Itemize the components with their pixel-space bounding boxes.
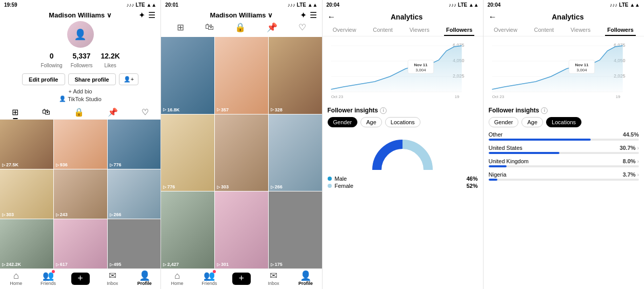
bottom-nav-home-2[interactable]: ⌂ Home (167, 271, 188, 286)
stat-following-num: 0 (41, 52, 62, 60)
nav-shop-icon[interactable]: 🛍 (42, 107, 50, 117)
tab-content-2[interactable]: Content (532, 24, 556, 36)
menu-icon-2[interactable]: ☰ (310, 10, 317, 20)
btn-row-1: Edit profile Share profile 👤+ (22, 73, 138, 85)
p2-video-3[interactable]: ▷776 (161, 114, 214, 191)
p2-video-2[interactable]: ▷328 (269, 37, 322, 114)
svg-text:19: 19 (615, 94, 620, 99)
gender-stat-female: Female 52% (328, 183, 478, 189)
star-icon[interactable]: ✦ (138, 10, 145, 20)
video-thumb-2[interactable]: ▷776 (108, 120, 161, 169)
panel2-bookmark-icon[interactable]: 📌 (267, 22, 277, 33)
video-thumb-3[interactable]: ▷303 (0, 169, 53, 219)
video-thumb-1[interactable]: ▷936 (54, 120, 107, 169)
back-button-2[interactable]: ← (489, 12, 497, 22)
profile-icon-2: 👤 (300, 271, 311, 280)
nav-heart-icon[interactable]: ♡ (142, 107, 149, 117)
tab-overview-2[interactable]: Overview (492, 24, 519, 36)
bottom-nav-friends-2[interactable]: 👥 Friends (199, 271, 219, 286)
p2-video-1[interactable]: ▷357 (215, 37, 268, 114)
bottom-nav-2: ⌂ Home 👥 Friends + ✉ Inbox 👤 Profile (161, 268, 321, 289)
nav-grid-icon[interactable]: ⊞ (12, 107, 18, 117)
analytics-status-bar-1: 20:04 ♪♪♪ LTE ▲▲ (323, 0, 483, 9)
insights-tab-locations-1[interactable]: Locations (385, 117, 420, 127)
stats-row-1: 0 Following 5,337 Followers 12.2K Likes (41, 52, 119, 69)
svg-text:3,004: 3,004 (576, 68, 587, 72)
p2-video-0[interactable]: ▷16.8K (161, 37, 214, 114)
video-thumb-8[interactable]: ▷495 (108, 219, 161, 268)
plus-button[interactable]: + (71, 273, 90, 285)
bottom-nav-profile-1[interactable]: 👤 Profile (134, 271, 155, 286)
bottom-nav-plus-2[interactable]: + (231, 273, 252, 285)
bar-fill-us (489, 152, 559, 154)
tab-viewers-2[interactable]: Viewers (569, 24, 593, 36)
info-icon-1[interactable]: i (380, 107, 387, 114)
nav-bookmark-icon[interactable]: 📌 (108, 107, 118, 117)
analytics-tabs-2: Overview Content Viewers Followers (484, 24, 644, 36)
tiktok-studio-link[interactable]: 👤 TikTok Studio (59, 95, 102, 102)
bottom-nav-plus-1[interactable]: + (70, 273, 91, 285)
stat-likes-label: Likes (104, 63, 116, 68)
p2-video-6[interactable]: ▷2,427 (161, 191, 214, 268)
insights-tab-age-1[interactable]: Age (360, 117, 382, 127)
uk-arrow: › (637, 159, 639, 164)
panel2-grid-icon[interactable]: ⊞ (177, 22, 184, 33)
video-thumb-0[interactable]: ▷27.5K (0, 120, 53, 169)
tab-followers-2[interactable]: Followers (605, 24, 635, 36)
insights-tab-gender-1[interactable]: Gender (328, 117, 358, 127)
share-profile-button[interactable]: Share profile (68, 73, 116, 85)
p2-video-4[interactable]: ▷303 (215, 114, 268, 191)
profile-icons-right-1: ✦ ☰ (138, 10, 155, 20)
edit-profile-button[interactable]: Edit profile (22, 73, 65, 85)
video-thumb-5[interactable]: ▷266 (108, 169, 161, 219)
video-thumb-7[interactable]: ▷617 (54, 219, 107, 268)
video-grid-2: ▷16.8K ▷357 ▷328 ▷776 ▷303 ▷266 ▷2,427 ▷… (161, 37, 321, 268)
p2-video-7[interactable]: ▷301 (215, 191, 268, 268)
add-user-button[interactable]: 👤+ (119, 73, 138, 85)
plus-button-2[interactable]: + (232, 273, 251, 285)
tab-content-1[interactable]: Content (371, 24, 395, 36)
video-thumb-4[interactable]: ▷243 (54, 169, 107, 219)
panel2-icons-right: ✦ ☰ (300, 10, 317, 20)
menu-icon[interactable]: ☰ (148, 10, 155, 20)
video-thumb-6[interactable]: ▷242.2K (0, 219, 53, 268)
svg-text:Nov 11: Nov 11 (414, 63, 428, 67)
tab-overview-1[interactable]: Overview (331, 24, 358, 36)
panel2-lock-icon[interactable]: 🔒 (235, 22, 246, 33)
status-bar-2: 20:01 ♪♪♪ LTE ▲▲ (161, 0, 321, 9)
bottom-nav-home-1[interactable]: ⌂ Home (6, 271, 26, 286)
signal-icon-4: LTE ▲▲ (619, 2, 640, 8)
analytics-time-2: 20:04 (488, 2, 501, 8)
analytics-time-1: 20:04 (327, 2, 340, 8)
nav-icons-1: ⊞ 🛍 🔒 📌 ♡ (0, 105, 160, 120)
bottom-nav-inbox-2[interactable]: ✉ Inbox (263, 271, 284, 286)
add-bio-link[interactable]: + Add bio (69, 88, 92, 94)
insights-tab-locations-2[interactable]: Locations (546, 117, 581, 127)
nigeria-arrow: › (637, 172, 639, 178)
video-count-5: ▷266 (110, 212, 122, 217)
nav-lock-icon[interactable]: 🔒 (74, 107, 84, 117)
panel-profile-2: 20:01 ♪♪♪ LTE ▲▲ Madison Williams ∨ ✦ ☰ … (161, 0, 322, 289)
p2-video-8[interactable]: ▷175 (269, 191, 322, 268)
panel2-heart-icon[interactable]: ♡ (298, 22, 306, 33)
bottom-nav-friends-1[interactable]: 👥 Friends (38, 271, 58, 286)
p2-video-5[interactable]: ▷266 (269, 114, 322, 191)
back-button-1[interactable]: ← (328, 12, 336, 22)
analytics-title-2: Analytics (497, 13, 639, 21)
panel2-shop-icon[interactable]: 🛍 (205, 22, 214, 33)
info-icon-2[interactable]: i (541, 107, 548, 114)
insights-tab-age-2[interactable]: Age (521, 117, 543, 127)
bottom-nav-profile-2[interactable]: 👤 Profile (295, 271, 316, 286)
tab-viewers-1[interactable]: Viewers (407, 24, 431, 36)
bottom-nav-inbox-1[interactable]: ✉ Inbox (102, 271, 123, 286)
tab-followers-1[interactable]: Followers (444, 24, 474, 36)
panel2-header: Madison Williams ∨ ✦ ☰ ⊞ 🛍 🔒 📌 ♡ (161, 9, 321, 37)
status-bar-1: 19:59 ♪♪♪ LTE ▲▲ (0, 0, 160, 9)
insights-tab-gender-2[interactable]: Gender (489, 117, 519, 127)
analytics-header-2: ← Analytics (484, 9, 644, 24)
studio-icon: 👤 (59, 95, 66, 102)
video-count-0: ▷27.5K (2, 162, 18, 167)
insights-section-1: Follower insights i Gender Age Locations… (323, 104, 483, 193)
star-icon-2[interactable]: ✦ (300, 10, 307, 20)
tiktok-icon: ♪♪♪ (127, 2, 134, 8)
